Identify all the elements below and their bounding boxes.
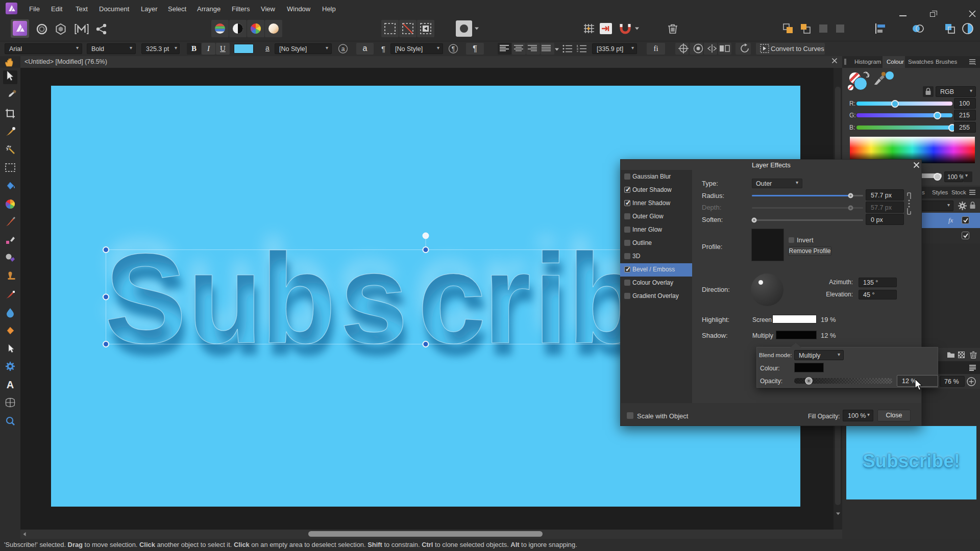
svg-text:¶: ¶ — [452, 45, 455, 53]
svg-text:A: A — [7, 379, 14, 390]
svg-text:a: a — [341, 45, 345, 53]
